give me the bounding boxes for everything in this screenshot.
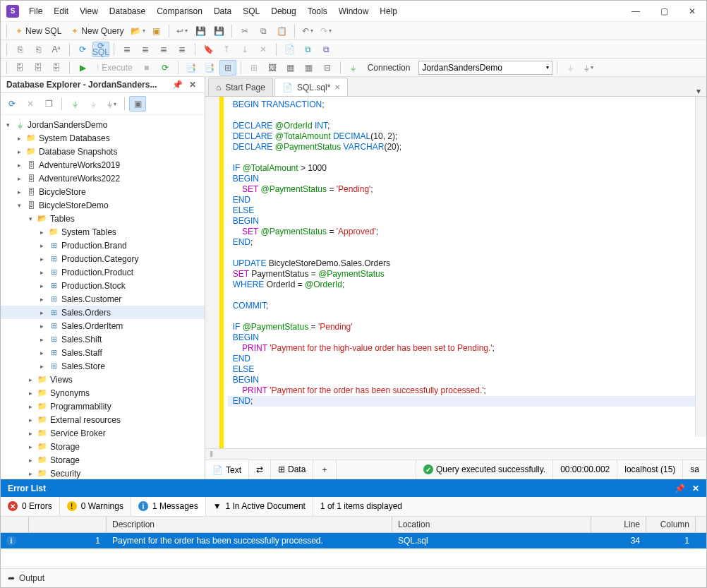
- refresh-button[interactable]: ⟳: [74, 42, 91, 57]
- connection-icon[interactable]: ⏚: [345, 60, 362, 76]
- tb2-g2[interactable]: ⧉: [318, 42, 334, 57]
- indent-left-icon[interactable]: ≣: [119, 42, 135, 57]
- tree-item[interactable]: ▸📁Service Broker: [1, 426, 205, 440]
- redo-button[interactable]: ↷: [318, 23, 334, 39]
- error-grid[interactable]: Description Location Line Column i 1 Pay…: [1, 517, 706, 569]
- undo-button[interactable]: ↶: [299, 23, 316, 39]
- exp-close-icon[interactable]: ✕: [22, 96, 39, 112]
- tree-item[interactable]: ▸📁Synonyms: [1, 386, 205, 400]
- tree-item[interactable]: ▸📁Security: [1, 467, 205, 479]
- tb3-conn2[interactable]: ⏚: [580, 60, 597, 76]
- copy-button[interactable]: ⧉: [255, 23, 272, 39]
- indent-right-icon[interactable]: ≣: [137, 42, 154, 57]
- stop-button[interactable]: ■: [138, 60, 155, 76]
- tb3-sync[interactable]: ⟳: [157, 60, 174, 76]
- explorer-close-icon[interactable]: ✕: [186, 80, 199, 90]
- data-tab-button[interactable]: ⊞Data: [271, 460, 313, 479]
- new-sql-button[interactable]: ✦New SQL: [11, 26, 66, 36]
- tree-item[interactable]: ▾⏚JordanSandersDemo: [1, 118, 205, 131]
- output-tab[interactable]: ➦Output: [1, 568, 706, 587]
- tree-item[interactable]: ▸🗄AdventureWorks2019: [1, 158, 205, 172]
- connection-dropdown[interactable]: JordanSandersDemo▾: [418, 61, 552, 75]
- close-button[interactable]: ✕: [678, 1, 706, 22]
- swap-button[interactable]: ⇄: [249, 460, 271, 479]
- text-tab-button[interactable]: 📄Text: [205, 460, 249, 479]
- menu-data[interactable]: Data: [210, 4, 236, 19]
- tree-item[interactable]: ▸📁Database Snapshots: [1, 145, 205, 158]
- horizontal-scrollbar[interactable]: ⦀: [205, 448, 706, 460]
- tree-item[interactable]: ▸⊞Sales.Shift: [1, 332, 205, 346]
- errorlist-pin-icon[interactable]: 📌: [675, 484, 685, 493]
- menu-file[interactable]: File: [25, 4, 47, 19]
- menu-view[interactable]: View: [75, 4, 102, 19]
- uncomment-icon[interactable]: ≣: [174, 42, 191, 57]
- tree-item[interactable]: ▸📁Storage: [1, 440, 205, 453]
- tree-item[interactable]: ▸⊞Sales.Store: [1, 359, 205, 373]
- tb3-3[interactable]: 🗄: [48, 60, 65, 76]
- open-file-button[interactable]: 📂: [129, 23, 146, 39]
- exp-view-icon[interactable]: ▣: [129, 96, 146, 112]
- tb2-3[interactable]: Aᵃ: [48, 42, 65, 57]
- code-area[interactable]: BEGIN TRANSACTION; DECLARE @OrderId INT;…: [224, 97, 706, 448]
- exp-conn-icon[interactable]: ⏚: [66, 96, 83, 112]
- save-all-button[interactable]: 💾: [210, 23, 227, 39]
- tb3-1[interactable]: 🗄: [11, 60, 28, 76]
- tree-item[interactable]: ▸⊞Production.Stock: [1, 279, 205, 292]
- save-button[interactable]: 💾: [192, 23, 209, 39]
- tab-close-icon[interactable]: ✕: [334, 83, 340, 91]
- comment-icon[interactable]: ≣: [155, 42, 172, 57]
- tree-item[interactable]: ▾📂Tables: [1, 212, 205, 225]
- tb3-e[interactable]: ▦: [282, 60, 299, 76]
- menu-debug[interactable]: Debug: [267, 4, 300, 19]
- tree-item[interactable]: ▸📁System Databases: [1, 131, 205, 145]
- tree-item[interactable]: ▾🗄BicycleStoreDemo: [1, 198, 205, 212]
- tb3-f[interactable]: ▦: [301, 60, 318, 76]
- toolbar1-btn1[interactable]: ▣: [147, 23, 164, 39]
- menu-sql[interactable]: SQL: [238, 4, 264, 19]
- menu-comparison[interactable]: Comparison: [152, 4, 207, 19]
- tb2-bm2[interactable]: ⤒: [218, 42, 235, 57]
- tree-item[interactable]: ▸📁Programmability: [1, 400, 205, 413]
- tree-item[interactable]: ▸⊞Sales.OrderItem: [1, 319, 205, 332]
- menu-database[interactable]: Database: [105, 4, 150, 19]
- tb2-1[interactable]: ⎘: [11, 42, 28, 57]
- tab-start-page[interactable]: ⌂Start Page: [208, 78, 273, 96]
- menu-window[interactable]: Window: [334, 4, 373, 19]
- tree-item[interactable]: ▸⊞Production.Category: [1, 252, 205, 265]
- tb3-d[interactable]: ⊞: [246, 60, 262, 76]
- execute-button[interactable]: !Execute: [92, 63, 137, 73]
- menu-tools[interactable]: Tools: [303, 4, 332, 19]
- tree-item[interactable]: ▸⊞Sales.Customer: [1, 292, 205, 306]
- tb2-g1[interactable]: ⧉: [299, 42, 316, 57]
- tb3-c[interactable]: ⊞: [219, 60, 236, 76]
- run-button[interactable]: ▶: [74, 60, 91, 76]
- menu-edit[interactable]: Edit: [49, 4, 73, 19]
- add-tab-button[interactable]: ＋: [313, 460, 337, 479]
- tree-item[interactable]: ▸🗄BicycleStore: [1, 185, 205, 198]
- errors-tab[interactable]: ✕0 Errors: [1, 497, 60, 516]
- tb3-2[interactable]: 🗄: [30, 60, 47, 76]
- tree-item[interactable]: ▸📁External resources: [1, 413, 205, 426]
- sql-mode-button[interactable]: ⟳SQL: [92, 42, 109, 57]
- split-handle-icon[interactable]: ⦀: [205, 449, 217, 459]
- paste-button[interactable]: 📋: [273, 23, 290, 39]
- menu-help[interactable]: Help: [375, 4, 401, 19]
- exp-window-icon[interactable]: ❐: [40, 96, 57, 112]
- error-row[interactable]: i 1 Payment for the order has been succe…: [1, 533, 706, 549]
- tree-item[interactable]: ▸📁Storage: [1, 453, 205, 467]
- tb3-b[interactable]: 📑: [201, 60, 218, 76]
- vertical-scrollbar[interactable]: [695, 97, 706, 437]
- messages-tab[interactable]: i1 Messages: [131, 497, 206, 516]
- cut-button[interactable]: ✂: [236, 23, 253, 39]
- tb2-bm4[interactable]: ✕: [255, 42, 272, 57]
- bookmark-icon[interactable]: 🔖: [200, 42, 217, 57]
- tree-item[interactable]: ▸📁System Tables: [1, 225, 205, 239]
- exp-conn2-icon[interactable]: ⏚: [85, 96, 102, 112]
- tb2-bm3[interactable]: ⤓: [236, 42, 253, 57]
- filter-tab[interactable]: ▼1 In Active Document: [206, 497, 313, 516]
- tree-item[interactable]: ▸⊞Production.Product: [1, 265, 205, 279]
- new-query-button[interactable]: ✦New Query: [67, 26, 128, 36]
- tb3-a[interactable]: 📑: [183, 60, 200, 76]
- tree-item[interactable]: ▸🗄AdventureWorks2022: [1, 172, 205, 185]
- tb3-conn1[interactable]: ⏚: [562, 60, 579, 76]
